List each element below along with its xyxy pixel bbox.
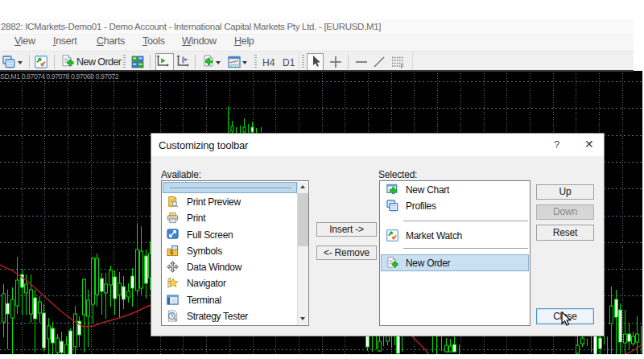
svg-text:$: $: [170, 250, 173, 256]
svg-text:F: F: [401, 64, 404, 69]
svg-text:SD,M1 0.97074 0.97078 0.97068: SD,M1 0.97074 0.97078 0.97068 0.97072: [0, 72, 119, 80]
